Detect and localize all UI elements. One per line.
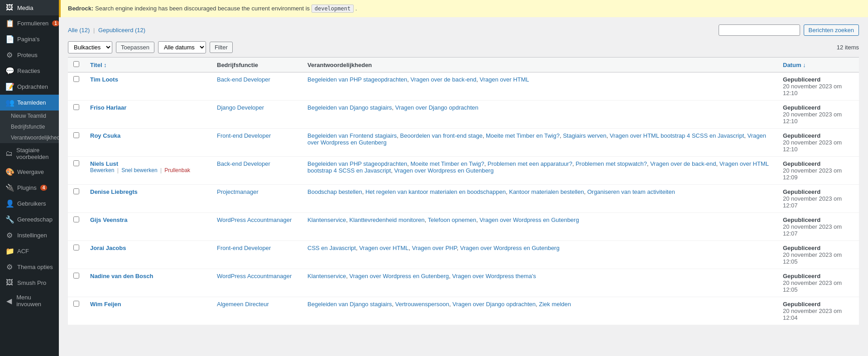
row-function-link[interactable]: Algemeen Directeur: [217, 301, 269, 308]
resp-link[interactable]: Vragen over Django opdrachten: [452, 301, 536, 308]
row-checkbox[interactable]: [73, 188, 79, 194]
row-checkbox[interactable]: [73, 160, 79, 166]
resp-link[interactable]: Vragen over Wordpress en Gutenberg: [394, 167, 494, 174]
row-checkbox[interactable]: [73, 301, 79, 307]
resp-link[interactable]: Vragen over Wordpress en Gutenberg: [460, 245, 560, 251]
sidebar-item-instellingen[interactable]: ⚙ Instellingen: [0, 227, 59, 243]
sidebar-item-thema-opties[interactable]: ⚙ Thema opties: [0, 259, 59, 275]
row-checkbox-cell: [68, 213, 85, 241]
resp-link[interactable]: Klantenservice: [307, 273, 346, 279]
resp-link[interactable]: Vragen over HTML bootstrap 4 SCSS en Jav…: [610, 132, 744, 139]
resp-link[interactable]: Begeleiden van Django stagiairs: [307, 104, 392, 111]
sidebar-item-weergave[interactable]: 🎨 Weergave: [0, 164, 59, 180]
resp-link[interactable]: Vragen over PHP: [412, 245, 457, 251]
row-title-link[interactable]: Niels Lust: [90, 160, 118, 167]
quick-edit-link[interactable]: Snel bewerken: [121, 167, 157, 173]
sidebar-item-gebruikers[interactable]: 👤 Gebruikers: [0, 196, 59, 212]
sidebar-item-proteus[interactable]: ⚙ Proteus: [0, 47, 59, 63]
row-function-link[interactable]: WordPress Accountmanager: [217, 216, 292, 223]
resp-link[interactable]: Begeleiden van PHP stageopdrachten: [307, 160, 407, 167]
row-function-link[interactable]: WordPress Accountmanager: [217, 273, 292, 279]
resp-link[interactable]: Stagiairs werven: [563, 132, 606, 139]
row-function-link[interactable]: Back-end Developer: [217, 160, 270, 167]
sidebar-item-gereedschap[interactable]: 🔧 Gereedschap: [0, 212, 59, 227]
resp-link[interactable]: Telefoon opnemen: [428, 216, 476, 223]
apply-button[interactable]: Toepassen: [116, 42, 154, 53]
row-function-cell: WordPress Accountmanager: [211, 213, 302, 241]
sidebar-item-smush-pro[interactable]: 🖼 Smush Pro: [0, 275, 59, 290]
resp-link[interactable]: Klanttevredenheid monitoren: [350, 216, 425, 223]
row-title-link[interactable]: Friso Harlaar: [90, 104, 126, 111]
resp-link[interactable]: Moeite met Timber en Twig?: [486, 132, 560, 139]
row-title-link[interactable]: Denise Liebregts: [90, 188, 138, 195]
row-checkbox[interactable]: [73, 273, 79, 279]
filter-published-link[interactable]: Gepubliceerd (12): [98, 27, 145, 34]
resp-link[interactable]: Begeleiden van Django stagiairs: [307, 301, 392, 308]
resp-link[interactable]: Vragen over HTML: [480, 76, 529, 83]
trash-link[interactable]: Prullenbak: [164, 167, 190, 173]
sidebar-sub-item-bedrijfsfunctie[interactable]: Bedrijfsfunctie: [0, 121, 59, 132]
sidebar-item-plugins[interactable]: 🔌 Plugins 4: [0, 180, 59, 196]
row-title-link[interactable]: Tim Loots: [90, 76, 118, 83]
resp-link[interactable]: Vragen over Wordpress thema's: [452, 273, 536, 279]
resp-link[interactable]: Vragen over de back-end: [410, 76, 476, 83]
resp-link[interactable]: Boodschap bestellen: [307, 188, 362, 195]
resp-link[interactable]: Klantenservice: [307, 216, 346, 223]
sidebar-item-reacties[interactable]: 💬 Reacties: [0, 63, 59, 79]
row-checkbox[interactable]: [73, 216, 79, 222]
row-checkbox[interactable]: [73, 245, 79, 250]
resp-link[interactable]: Vragen over HTML: [359, 245, 408, 251]
resp-link[interactable]: Begeleiden van Frontend stagiairs: [307, 132, 397, 139]
sort-date-link[interactable]: Datum ↓: [783, 62, 806, 68]
sidebar-item-stagiaire-voorbeelden[interactable]: 🗂 Stagiaire voorbeelden: [0, 143, 59, 164]
sidebar-item-acf[interactable]: 📁 ACF: [0, 243, 59, 259]
resp-link[interactable]: Vragen over de back-end: [650, 160, 716, 167]
row-title-link[interactable]: Jorai Jacobs: [90, 245, 126, 251]
bulk-actions-select[interactable]: Bulkacties: [68, 41, 112, 53]
row-title-link[interactable]: Roy Csuka: [90, 132, 120, 139]
row-checkbox[interactable]: [73, 104, 79, 110]
search-input[interactable]: [719, 24, 800, 36]
sidebar-item-menu-invouwen[interactable]: ◀ Menu invouwen: [0, 290, 59, 311]
row-function-link[interactable]: Front-end Developer: [217, 132, 271, 139]
search-button[interactable]: Berichten zoeken: [804, 24, 859, 36]
row-checkbox[interactable]: [73, 132, 79, 138]
resp-link[interactable]: Begeleiden van PHP stageopdrachten: [307, 76, 407, 83]
filter-button[interactable]: Filter: [210, 42, 233, 53]
resp-link[interactable]: Vragen over Wordpress en Gutenberg: [480, 216, 579, 223]
resp-link[interactable]: Het regelen van kantoor materialen en bo…: [365, 188, 506, 195]
row-title-link[interactable]: Gijs Veenstra: [90, 216, 127, 223]
sidebar-sub-item-verantwoordelijkheden[interactable]: Verantwoordelijkheden: [0, 132, 59, 143]
resp-link[interactable]: Vertrouwenspersoon: [395, 301, 449, 308]
sidebar-item-opdrachten[interactable]: 📝 Opdrachten: [0, 79, 59, 95]
sidebar-item-teamleden[interactable]: 👥 Teamleden: [0, 95, 59, 111]
resp-link[interactable]: Vragen over Wordpress en Gutenberg: [350, 273, 449, 279]
sidebar-item-paginas[interactable]: 📄 Pagina's: [0, 31, 59, 47]
row-function-link[interactable]: Django Developer: [217, 104, 264, 111]
row-function-link[interactable]: Projectmanager: [217, 188, 259, 195]
row-title-link[interactable]: Wim Feijen: [90, 301, 121, 308]
row-checkbox[interactable]: [73, 76, 79, 82]
filter-all-link[interactable]: Alle (12): [68, 27, 90, 34]
resp-link[interactable]: Moeite met Timber en Twig?: [410, 160, 484, 167]
resp-link[interactable]: Problemen met een apparatuur?: [488, 160, 572, 167]
sort-title-link[interactable]: Titel ↕: [90, 62, 107, 68]
row-function-link[interactable]: Back-end Developer: [217, 76, 270, 83]
sidebar-sub-item-nieuw-teamlid[interactable]: Nieuw Teamlid: [0, 111, 59, 121]
resp-link[interactable]: Ziek melden: [539, 301, 571, 308]
resp-link[interactable]: Organiseren van team activiteiten: [587, 188, 675, 195]
sidebar-item-formulieren[interactable]: 📋 Formulieren 1: [0, 15, 59, 31]
date-filter-select[interactable]: Alle datums: [158, 41, 206, 53]
select-all-checkbox[interactable]: [73, 61, 79, 67]
edit-link[interactable]: Bewerken: [90, 167, 114, 173]
row-title-link[interactable]: Nadine van den Bosch: [90, 273, 153, 279]
row-function-link[interactable]: Front-end Developer: [217, 245, 271, 251]
resp-link[interactable]: Problemen met stopwatch?: [575, 160, 647, 167]
resp-link[interactable]: CSS en Javascript: [307, 245, 356, 251]
resp-link[interactable]: Kantoor materialen bestellen: [509, 188, 584, 195]
col-header-datum: Datum ↓: [777, 58, 859, 72]
resp-link[interactable]: Vragen over Django opdrachten: [395, 104, 479, 111]
resp-link[interactable]: Beoordelen van front-end stage: [400, 132, 483, 139]
row-title-cell: Denise Liebregts: [85, 185, 211, 213]
sidebar-item-media[interactable]: 🖼 Media: [0, 0, 59, 15]
